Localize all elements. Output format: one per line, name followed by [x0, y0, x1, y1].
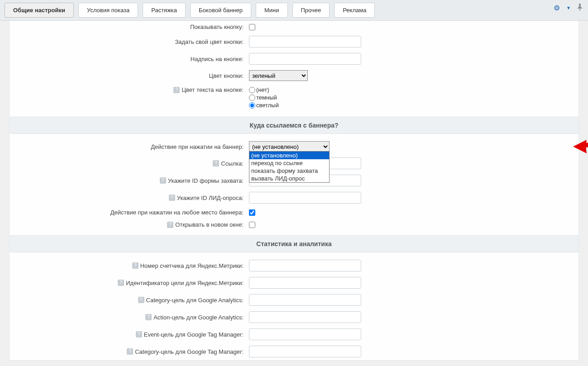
tab-mini[interactable]: Мини — [256, 3, 288, 18]
section-stats: Статистика и аналитика — [10, 235, 578, 252]
checkbox-new-window[interactable] — [249, 222, 255, 228]
label-button-color: Цвет кнопки: — [209, 72, 244, 79]
help-icon[interactable]: ? — [127, 348, 133, 355]
tab-other[interactable]: Прочее — [292, 3, 330, 18]
label-ym-goal: Идентификатор цели для Яндекс.Метрики: — [126, 280, 244, 286]
tab-bar: Общие настройки Условия показа Растяжка … — [0, 0, 588, 21]
help-icon[interactable]: ? — [145, 314, 152, 320]
checkbox-show-button[interactable] — [249, 24, 255, 30]
radio-dark-label[interactable]: темный — [249, 94, 279, 101]
dropdown-click-action: (не установлено) переход по ссылке показ… — [249, 151, 330, 183]
label-full-click: Действие при нажатии на любое место банн… — [110, 209, 244, 216]
label-text-color: Цвет текста на кнопке: — [182, 86, 244, 93]
label-button-text: Надпись на кнопке: — [191, 56, 244, 62]
help-icon[interactable]: ? — [167, 222, 173, 228]
radio-dark[interactable] — [249, 95, 255, 101]
label-form-id: Укажите ID формы захвата: — [168, 177, 244, 184]
label-new-window: Открывать в новом окне: — [175, 221, 244, 228]
label-gtm-category: Category-цель для Google Tag Manager: — [135, 348, 244, 355]
section-link: Куда ссылаемся с баннера? — [10, 117, 578, 134]
help-icon[interactable]: ? — [160, 177, 166, 184]
input-ga-category[interactable] — [249, 294, 361, 306]
help-icon[interactable]: ? — [138, 297, 144, 303]
select-button-color[interactable]: зеленый — [249, 70, 308, 81]
input-ga-action[interactable] — [249, 311, 361, 323]
label-custom-color: Задать свой цвет кнопки: — [175, 38, 244, 45]
arrow-icon — [573, 138, 588, 157]
radio-light[interactable] — [249, 102, 255, 109]
input-gtm-event[interactable] — [249, 328, 361, 340]
pin-icon[interactable] — [577, 4, 583, 12]
label-link: Ссылка: — [221, 160, 244, 167]
dropdown-option-form[interactable]: показать форму захвата — [249, 167, 329, 175]
radio-light-label[interactable]: светлый — [249, 102, 279, 109]
checkbox-full-click[interactable] — [249, 209, 255, 216]
label-lead-id: Укажите ID ЛИД-опроса: — [177, 195, 244, 201]
label-ym-counter: Номер счетчика для Яндекс.Метрики: — [140, 262, 244, 269]
help-icon[interactable]: ? — [132, 262, 139, 269]
tab-ads[interactable]: Реклама — [334, 3, 375, 18]
dropdown-option-link[interactable]: переход по ссылке — [249, 159, 329, 167]
form-panel: Показывать кнопку: Задать свой цвет кноп… — [9, 21, 579, 361]
help-icon[interactable]: ? — [136, 331, 142, 337]
help-icon[interactable]: ? — [213, 160, 219, 166]
input-gtm-category[interactable] — [249, 346, 361, 357]
tab-stretch[interactable]: Растяжка — [143, 3, 186, 18]
input-lead-id[interactable] — [249, 192, 361, 204]
dropdown-option-not-set[interactable]: (не установлено) — [249, 152, 329, 159]
tab-side-banner[interactable]: Боковой баннер — [190, 3, 251, 18]
label-gtm-event: Event-цель для Google Tag Manager: — [144, 331, 244, 338]
input-ym-goal[interactable] — [249, 277, 361, 289]
label-ga-category: Category-цель для Google Analytics: — [146, 297, 244, 304]
chevron-down-icon[interactable]: ▼ — [566, 5, 571, 10]
help-icon[interactable]: ? — [118, 280, 124, 286]
dropdown-option-lead[interactable]: вызвать ЛИД-опрос — [249, 175, 329, 182]
input-ym-counter[interactable] — [249, 260, 361, 271]
tab-conditions[interactable]: Условия показа — [78, 3, 138, 18]
tab-general[interactable]: Общие настройки — [5, 3, 74, 18]
input-custom-color[interactable] — [249, 36, 361, 48]
label-click-action: Действие при нажатии на баннер: — [151, 143, 244, 150]
svg-marker-0 — [573, 140, 587, 153]
input-button-text[interactable] — [249, 53, 361, 65]
help-icon[interactable]: ? — [173, 87, 180, 93]
select-click-action[interactable]: (не установлено) — [249, 141, 330, 152]
label-ga-action: Action-цель для Google Analytics: — [153, 314, 244, 321]
radio-none[interactable] — [249, 87, 255, 93]
label-show-button: Показывать кнопку: — [190, 24, 244, 30]
help-icon[interactable]: ? — [169, 195, 175, 201]
gear-icon[interactable]: ⚙ — [554, 4, 560, 12]
radio-none-label[interactable]: (нет) — [249, 86, 279, 93]
